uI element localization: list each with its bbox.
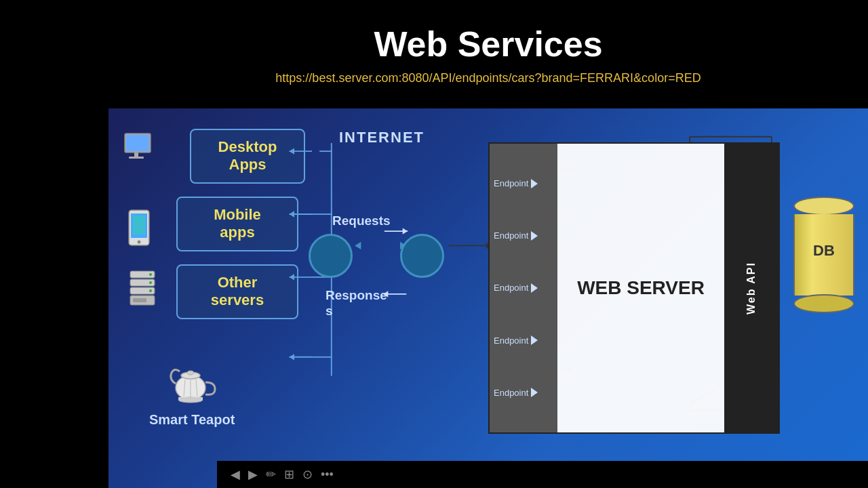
mobile-apps-box: Mobileapps — [176, 197, 298, 251]
mobile-icon — [127, 209, 151, 253]
grid-button[interactable]: ⊞ — [284, 467, 294, 482]
edit-button[interactable]: ✏ — [266, 467, 276, 482]
responses-label: Responses — [326, 288, 387, 319]
svg-point-13 — [149, 281, 152, 284]
teapot-icon — [165, 352, 219, 407]
diagram: INTERNET DesktopApps Mobileapps — [108, 108, 868, 461]
web-api-bar: Web API — [724, 144, 778, 432]
svg-rect-7 — [133, 216, 145, 235]
db-cylinder-bottom — [793, 294, 854, 313]
endpoint-arrow-2 — [531, 231, 538, 241]
desktop-icon — [122, 132, 157, 169]
top-bar: Web Services https://best.server.com:808… — [108, 0, 868, 108]
requests-label: Requests — [332, 214, 391, 228]
endpoints-column: Endpoint Endpoint Endpoint Endpoint Endp… — [490, 144, 557, 432]
bottom-toolbar: ◀ ▶ ✏ ⊞ ⊙ ••• — [217, 461, 868, 488]
next-button[interactable]: ▶ — [248, 467, 258, 482]
svg-marker-66 — [290, 354, 294, 360]
svg-point-18 — [187, 371, 194, 375]
svg-rect-15 — [133, 298, 146, 302]
endpoint-arrow-3 — [531, 283, 538, 293]
endpoint-1: Endpoint — [490, 178, 557, 188]
more-button[interactable]: ••• — [321, 468, 334, 482]
svg-rect-2 — [134, 152, 138, 157]
internet-label: INTERNET — [339, 129, 425, 146]
web-server-title: WEB SERVER — [577, 277, 705, 300]
endpoint-4: Endpoint — [490, 336, 557, 346]
svg-point-14 — [149, 289, 152, 292]
endpoint-3: Endpoint — [490, 283, 557, 293]
other-servers-box: Otherservers — [176, 264, 298, 319]
slide: Web Services https://best.server.com:808… — [108, 0, 868, 488]
svg-point-6 — [138, 241, 141, 244]
slide-title: Web Services — [374, 24, 602, 64]
db-cylinder-body: DB — [793, 214, 854, 296]
prev-button[interactable]: ◀ — [231, 467, 240, 482]
db-cylinder-top — [793, 197, 854, 216]
zoom-button[interactable]: ⊙ — [302, 467, 313, 482]
svg-rect-3 — [129, 157, 144, 159]
svg-marker-30 — [355, 242, 361, 249]
svg-marker-33 — [403, 228, 408, 234]
web-server-label-area: WEB SERVER — [557, 144, 724, 432]
svg-point-12 — [149, 273, 152, 276]
db-container: DB — [793, 197, 854, 305]
endpoint-arrow-4 — [531, 336, 538, 345]
desktop-apps-box: DesktopApps — [190, 129, 305, 184]
web-server-container: Endpoint Endpoint Endpoint Endpoint Endp… — [488, 142, 780, 434]
teapot-area: Smart Teapot — [149, 352, 235, 428]
web-api-text: Web API — [745, 262, 757, 314]
svg-rect-1 — [126, 135, 149, 151]
endpoint-5: Endpoint — [490, 388, 557, 398]
endpoint-arrow-1 — [531, 179, 538, 188]
server-icon — [127, 270, 157, 317]
endpoint-arrow-5 — [531, 388, 538, 397]
url-text: https://best.server.com:8080/API/endpoin… — [275, 71, 701, 85]
db-label: DB — [813, 242, 835, 260]
circle-left — [309, 234, 353, 278]
circle-right — [400, 234, 444, 278]
teapot-label: Smart Teapot — [149, 412, 235, 428]
endpoint-2: Endpoint — [490, 230, 557, 241]
